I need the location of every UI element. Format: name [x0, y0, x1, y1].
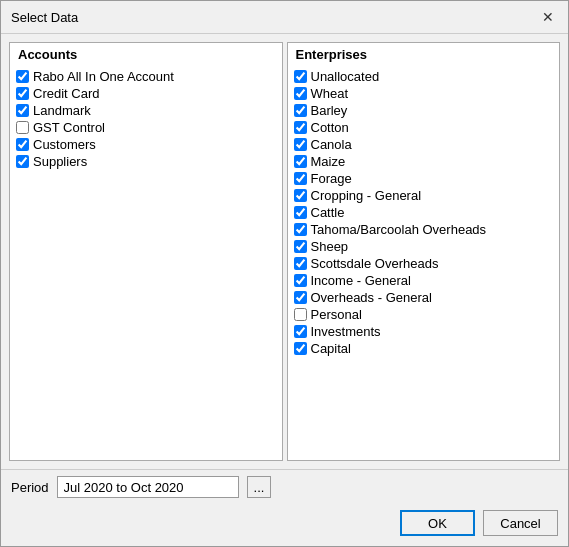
checkbox-sheep[interactable]: [294, 240, 307, 253]
label-suppliers: Suppliers: [33, 154, 87, 169]
accounts-panel: Accounts Rabo All In One AccountCredit C…: [9, 42, 283, 461]
account-item-rabo: Rabo All In One Account: [16, 68, 276, 85]
label-canola: Canola: [311, 137, 352, 152]
label-barley: Barley: [311, 103, 348, 118]
enterprise-item-barley: Barley: [294, 102, 554, 119]
enterprises-header: Enterprises: [288, 43, 560, 66]
account-item-credit_card: Credit Card: [16, 85, 276, 102]
enterprise-item-scottsdale: Scottsdale Overheads: [294, 255, 554, 272]
label-maize: Maize: [311, 154, 346, 169]
checkbox-canola[interactable]: [294, 138, 307, 151]
enterprise-item-sheep: Sheep: [294, 238, 554, 255]
enterprise-item-income_general: Income - General: [294, 272, 554, 289]
content-area: Accounts Rabo All In One AccountCredit C…: [1, 34, 568, 469]
checkbox-personal[interactable]: [294, 308, 307, 321]
checkbox-investments[interactable]: [294, 325, 307, 338]
enterprise-item-canola: Canola: [294, 136, 554, 153]
label-landmark: Landmark: [33, 103, 91, 118]
ok-button[interactable]: OK: [400, 510, 475, 536]
enterprise-item-maize: Maize: [294, 153, 554, 170]
close-button[interactable]: ✕: [538, 7, 558, 27]
checkbox-gst_control[interactable]: [16, 121, 29, 134]
label-cropping_general: Cropping - General: [311, 188, 422, 203]
checkbox-scottsdale[interactable]: [294, 257, 307, 270]
account-item-gst_control: GST Control: [16, 119, 276, 136]
period-input[interactable]: [57, 476, 239, 498]
checkbox-tahoma[interactable]: [294, 223, 307, 236]
period-dots-button[interactable]: ...: [247, 476, 272, 498]
enterprise-item-tahoma: Tahoma/Barcoolah Overheads: [294, 221, 554, 238]
enterprises-panel: Enterprises UnallocatedWheatBarleyCotton…: [287, 42, 561, 461]
label-tahoma: Tahoma/Barcoolah Overheads: [311, 222, 487, 237]
checkbox-cropping_general[interactable]: [294, 189, 307, 202]
label-gst_control: GST Control: [33, 120, 105, 135]
checkbox-barley[interactable]: [294, 104, 307, 117]
account-item-landmark: Landmark: [16, 102, 276, 119]
label-capital: Capital: [311, 341, 351, 356]
checkbox-rabo[interactable]: [16, 70, 29, 83]
account-item-customers: Customers: [16, 136, 276, 153]
enterprises-list: UnallocatedWheatBarleyCottonCanolaMaizeF…: [288, 66, 560, 460]
enterprise-item-wheat: Wheat: [294, 85, 554, 102]
label-income_general: Income - General: [311, 273, 411, 288]
label-credit_card: Credit Card: [33, 86, 99, 101]
checkbox-cattle[interactable]: [294, 206, 307, 219]
checkbox-wheat[interactable]: [294, 87, 307, 100]
accounts-header: Accounts: [10, 43, 282, 66]
label-overheads_general: Overheads - General: [311, 290, 432, 305]
account-item-suppliers: Suppliers: [16, 153, 276, 170]
enterprise-item-forage: Forage: [294, 170, 554, 187]
period-row: Period ...: [1, 469, 568, 504]
enterprise-item-investments: Investments: [294, 323, 554, 340]
button-row: OK Cancel: [1, 504, 568, 546]
accounts-list: Rabo All In One AccountCredit CardLandma…: [10, 66, 282, 460]
enterprise-item-capital: Capital: [294, 340, 554, 357]
label-sheep: Sheep: [311, 239, 349, 254]
checkbox-unallocated[interactable]: [294, 70, 307, 83]
cancel-button[interactable]: Cancel: [483, 510, 558, 536]
dialog-title: Select Data: [11, 10, 78, 25]
checkbox-cotton[interactable]: [294, 121, 307, 134]
checkbox-overheads_general[interactable]: [294, 291, 307, 304]
label-customers: Customers: [33, 137, 96, 152]
enterprise-item-unallocated: Unallocated: [294, 68, 554, 85]
checkbox-forage[interactable]: [294, 172, 307, 185]
enterprise-item-cattle: Cattle: [294, 204, 554, 221]
label-unallocated: Unallocated: [311, 69, 380, 84]
label-scottsdale: Scottsdale Overheads: [311, 256, 439, 271]
checkbox-landmark[interactable]: [16, 104, 29, 117]
enterprise-item-cotton: Cotton: [294, 119, 554, 136]
checkbox-maize[interactable]: [294, 155, 307, 168]
label-personal: Personal: [311, 307, 362, 322]
label-wheat: Wheat: [311, 86, 349, 101]
checkbox-suppliers[interactable]: [16, 155, 29, 168]
enterprise-item-overheads_general: Overheads - General: [294, 289, 554, 306]
label-investments: Investments: [311, 324, 381, 339]
period-label: Period: [11, 480, 49, 495]
label-cotton: Cotton: [311, 120, 349, 135]
titlebar: Select Data ✕: [1, 1, 568, 34]
label-forage: Forage: [311, 171, 352, 186]
checkbox-income_general[interactable]: [294, 274, 307, 287]
checkbox-capital[interactable]: [294, 342, 307, 355]
label-cattle: Cattle: [311, 205, 345, 220]
enterprise-item-cropping_general: Cropping - General: [294, 187, 554, 204]
label-rabo: Rabo All In One Account: [33, 69, 174, 84]
select-data-dialog: Select Data ✕ Accounts Rabo All In One A…: [0, 0, 569, 547]
checkbox-customers[interactable]: [16, 138, 29, 151]
checkbox-credit_card[interactable]: [16, 87, 29, 100]
enterprise-item-personal: Personal: [294, 306, 554, 323]
